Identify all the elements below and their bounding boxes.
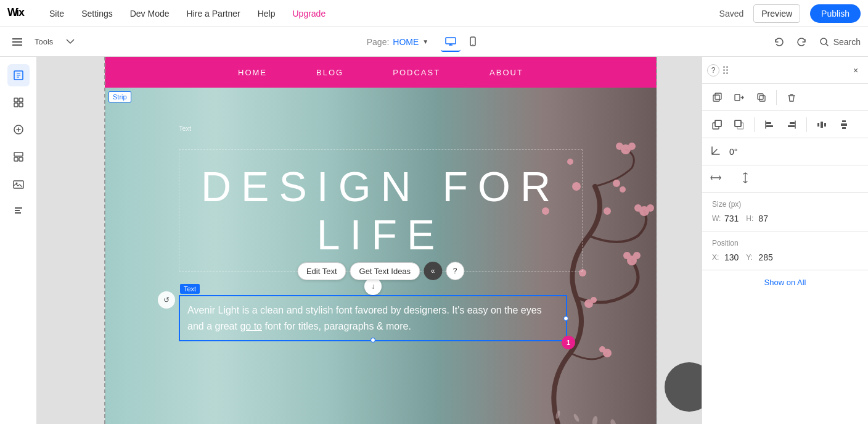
hero-section[interactable]: Strip Text DESIGN FOR LIFE Edit Text Get… — [105, 88, 657, 424]
page-selector[interactable]: Page: HOME ▼ — [367, 32, 429, 52]
hero-title-text[interactable]: DESIGN FOR LIFE — [179, 149, 583, 272]
redo-button[interactable] — [792, 32, 811, 52]
website-wrapper: HOME BLOG PODCAST ABOUT — [105, 57, 657, 424]
site-navigation: HOME BLOG PODCAST ABOUT — [105, 57, 657, 88]
align-left-icon[interactable] — [760, 115, 779, 135]
nav-settings[interactable]: Settings — [79, 9, 115, 19]
saved-status: Saved — [719, 9, 744, 19]
copy-to-layer-icon[interactable] — [707, 88, 727, 107]
height-value[interactable]: 87 — [758, 214, 768, 223]
canvas-right-border — [656, 57, 657, 424]
wix-logo: W ix — [7, 6, 30, 22]
selected-text-content: Avenir Light is a clean and stylish font… — [187, 302, 559, 334]
move-to-icon[interactable] — [729, 88, 749, 107]
align-right-icon[interactable] — [782, 115, 801, 135]
download-icon[interactable]: ↓ — [364, 278, 382, 295]
svg-rect-53 — [735, 120, 741, 127]
mobile-device-btn[interactable] — [463, 32, 483, 52]
sidebar-elements-icon[interactable] — [7, 91, 30, 114]
duplicate-icon[interactable] — [751, 88, 771, 107]
arrange-front-icon[interactable] — [707, 115, 727, 135]
resize-handle-corner[interactable]: 1 — [563, 338, 568, 343]
arrange-back-icon[interactable] — [729, 115, 749, 135]
page-dropdown-arrow[interactable]: ▼ — [422, 38, 428, 45]
resize-handle-bottom[interactable] — [371, 338, 375, 343]
y-value[interactable]: 285 — [758, 252, 772, 262]
svg-text:ix: ix — [16, 7, 25, 18]
top-navigation: W ix Site Settings Dev Mode Hire a Partn… — [0, 0, 868, 27]
h-spacing-icon — [710, 172, 722, 186]
resize-handle-right[interactable] — [563, 316, 568, 321]
distribute-v-icon[interactable] — [834, 115, 854, 135]
decorative-circle — [665, 362, 702, 412]
panel-drag-handle[interactable] — [723, 66, 728, 74]
nav-upgrade[interactable]: Upgrade — [290, 9, 328, 19]
delete-icon[interactable] — [782, 88, 801, 107]
main-area: HOME BLOG PODCAST ABOUT — [0, 57, 868, 424]
nav-hire-partner[interactable]: Hire a Partner — [184, 9, 243, 19]
svg-rect-57 — [790, 122, 795, 124]
svg-rect-61 — [821, 122, 823, 128]
svg-rect-15 — [14, 152, 23, 156]
width-value[interactable]: 731 — [724, 214, 739, 223]
show-on-all-section: Show on All — [702, 270, 868, 294]
svg-rect-12 — [14, 103, 18, 107]
show-on-all-link[interactable]: Show on All — [764, 278, 806, 287]
angle-icon — [710, 144, 722, 159]
svg-point-22 — [633, 252, 641, 259]
undo-button[interactable] — [769, 32, 789, 52]
site-nav-blog[interactable]: BLOG — [316, 68, 343, 77]
tools-toggle[interactable] — [7, 32, 27, 52]
collapse-toggle[interactable] — [60, 32, 80, 52]
svg-point-32 — [591, 297, 597, 303]
reset-icon[interactable]: ↺ — [158, 291, 175, 309]
text-nav-prev[interactable]: « — [424, 262, 442, 280]
panel-layout-row — [702, 111, 868, 138]
distribute-h-icon[interactable] — [812, 115, 832, 135]
svg-rect-44 — [713, 95, 719, 101]
svg-point-28 — [628, 143, 636, 150]
panel-divider-3 — [806, 117, 807, 132]
svg-rect-59 — [817, 123, 819, 127]
preview-button[interactable]: Preview — [753, 4, 800, 23]
strip-label[interactable]: Strip — [108, 91, 131, 102]
text-box-label: Text — [180, 284, 200, 294]
page-value: HOME — [393, 37, 419, 47]
width-field: W: 731 — [712, 214, 739, 223]
panel-help-button[interactable]: ? — [707, 64, 719, 77]
svg-rect-45 — [715, 93, 721, 99]
svg-rect-62 — [842, 120, 846, 122]
nav-help[interactable]: Help — [255, 9, 278, 19]
nav-devmode[interactable]: Dev Mode — [128, 9, 172, 19]
desktop-device-btn[interactable] — [441, 32, 461, 52]
svg-rect-55 — [766, 122, 771, 124]
svg-point-34 — [613, 180, 620, 187]
svg-rect-48 — [760, 96, 765, 101]
panel-close-button[interactable]: × — [848, 63, 863, 78]
sidebar-add-icon[interactable] — [7, 118, 30, 141]
svg-rect-50 — [715, 120, 721, 127]
site-nav-home[interactable]: HOME — [238, 68, 267, 77]
edit-text-button[interactable]: Edit Text — [297, 262, 346, 280]
svg-point-30 — [599, 346, 605, 352]
x-value[interactable]: 130 — [724, 252, 739, 262]
sidebar-pages-icon[interactable] — [7, 64, 30, 86]
get-text-ideas-button[interactable]: Get Text Ideas — [350, 262, 420, 280]
site-nav-about[interactable]: ABOUT — [489, 68, 523, 77]
text-help[interactable]: ? — [446, 262, 464, 280]
sidebar-sections-icon[interactable] — [7, 146, 30, 168]
sidebar-media-icon[interactable] — [7, 173, 30, 195]
nav-site[interactable]: Site — [47, 9, 67, 19]
y-field: Y: 285 — [746, 252, 772, 262]
svg-point-35 — [620, 186, 626, 193]
size-fields: W: 731 H: 87 — [712, 214, 858, 223]
tools-label[interactable]: Tools — [35, 37, 53, 46]
svg-point-41 — [592, 415, 599, 424]
selected-text-box[interactable]: Text ↓ Avenir Light is a clean and styli… — [179, 295, 567, 341]
publish-button[interactable]: Publish — [810, 4, 861, 23]
site-nav-podcast[interactable]: PODCAST — [393, 68, 440, 77]
panel-divider-1 — [776, 90, 777, 105]
sidebar-blog-icon[interactable] — [7, 200, 30, 222]
left-sidebar — [0, 57, 37, 424]
search-button[interactable]: Search — [819, 36, 861, 48]
